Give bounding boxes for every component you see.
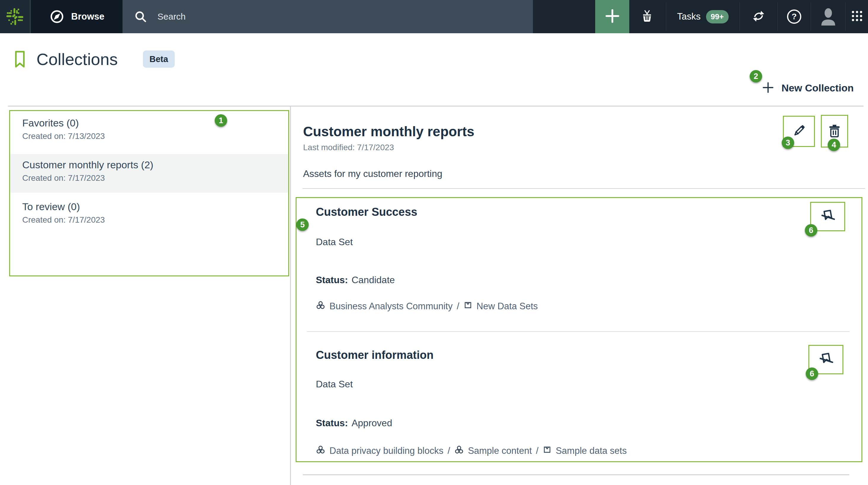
status-value: Candidate: [351, 275, 395, 286]
collection-detail-title: Customer monthly reports: [303, 124, 474, 140]
collibra-logo-icon: [5, 7, 25, 28]
tasks-button[interactable]: Tasks 99+: [667, 0, 738, 33]
section-divider: [303, 188, 865, 189]
top-nav: Browse Search: [0, 0, 868, 33]
breadcrumb-link[interactable]: New Data Sets: [476, 301, 538, 312]
tasks-label: Tasks: [677, 11, 701, 22]
collection-title: Favorites (0): [22, 117, 79, 129]
user-avatar[interactable]: [811, 0, 845, 33]
asset-breadcrumb: Business Analysts Community / New Data S…: [316, 301, 538, 312]
search-icon: [134, 10, 147, 24]
bookmark-remove-icon: [819, 208, 836, 226]
annotation-badge-1: 1: [215, 114, 227, 127]
community-icon: [454, 445, 464, 457]
bottom-divider: [303, 474, 849, 475]
status-label: Status:: [316, 418, 348, 429]
annotation-badge-2: 2: [750, 70, 762, 83]
plus-icon: [605, 9, 619, 24]
page-title: Collections: [36, 50, 118, 69]
plus-icon: [763, 82, 774, 94]
column-divider: [290, 106, 291, 485]
breadcrumb-separator: /: [536, 446, 538, 456]
beta-badge: Beta: [143, 51, 175, 68]
annotation-badge-3: 3: [782, 137, 794, 149]
basket-button[interactable]: [629, 0, 665, 33]
breadcrumb-link[interactable]: Data privacy building blocks: [330, 446, 443, 456]
domain-icon: [464, 301, 472, 312]
apps-grid-button[interactable]: [846, 0, 868, 33]
header-divider: [8, 106, 864, 107]
breadcrumb-link[interactable]: Sample content: [468, 446, 532, 456]
nav-divider: [666, 2, 666, 31]
help-button[interactable]: ?: [778, 0, 810, 33]
breadcrumb-link[interactable]: Sample data sets: [556, 446, 627, 456]
asset-name[interactable]: Customer Success: [316, 206, 417, 219]
app-logo-button[interactable]: [0, 0, 30, 33]
status-label: Status:: [316, 275, 348, 286]
collection-title: To review (0): [22, 201, 80, 212]
collection-created: Created on: 7/13/2023: [22, 132, 105, 141]
create-button[interactable]: [595, 0, 629, 33]
browse-button[interactable]: Browse: [31, 0, 122, 33]
help-icon: ?: [787, 9, 801, 24]
sync-button[interactable]: [740, 0, 777, 33]
collections-bookmark-icon: [14, 51, 25, 69]
tasks-count-badge: 99+: [706, 10, 728, 24]
sync-arrows-icon: [750, 8, 767, 26]
asset-status: Status: Approved: [316, 418, 392, 429]
annotation-badge-6: 6: [805, 224, 817, 236]
collection-row-to-review[interactable]: [10, 194, 288, 235]
pencil-icon: [791, 123, 807, 140]
collection-created: Created on: 7/17/2023: [22, 215, 105, 225]
community-icon: [316, 445, 325, 457]
annotation-badge-5: 5: [296, 219, 309, 231]
basket-icon: [639, 8, 655, 25]
browse-label: Browse: [71, 11, 104, 22]
asset-status: Status: Candidate: [316, 275, 395, 286]
new-collection-button[interactable]: New Collection: [754, 75, 862, 101]
search-input[interactable]: Search: [122, 0, 533, 33]
status-value: Approved: [351, 418, 392, 429]
trash-icon: [827, 122, 842, 140]
new-collection-label: New Collection: [781, 82, 854, 94]
avatar-icon: [818, 6, 839, 28]
asset-type: Data Set: [316, 379, 353, 390]
collection-description: Assets for my customer reporting: [303, 168, 442, 179]
collection-created: Created on: 7/17/2023: [22, 173, 105, 183]
last-modified: Last modified: 7/17/2023: [303, 143, 394, 152]
community-icon: [316, 301, 325, 312]
asset-type: Data Set: [316, 236, 353, 248]
search-placeholder: Search: [157, 11, 186, 22]
asset-name[interactable]: Customer information: [316, 349, 434, 362]
compass-icon: [49, 9, 65, 24]
breadcrumb-separator: /: [447, 446, 450, 456]
collection-title: Customer monthly reports (2): [22, 159, 153, 171]
asset-breadcrumb: Data privacy building blocks / Sample co…: [316, 445, 627, 457]
grid-icon: [850, 9, 864, 24]
annotation-badge-4: 4: [828, 139, 840, 151]
collections-page: Browse Search: [0, 0, 868, 485]
breadcrumb-separator: /: [457, 301, 459, 312]
breadcrumb-link[interactable]: Business Analysts Community: [330, 301, 453, 312]
domain-icon: [543, 445, 552, 457]
bookmark-remove-icon: [817, 351, 834, 369]
card-divider: [307, 331, 849, 332]
annotation-badge-6: 6: [806, 368, 818, 380]
